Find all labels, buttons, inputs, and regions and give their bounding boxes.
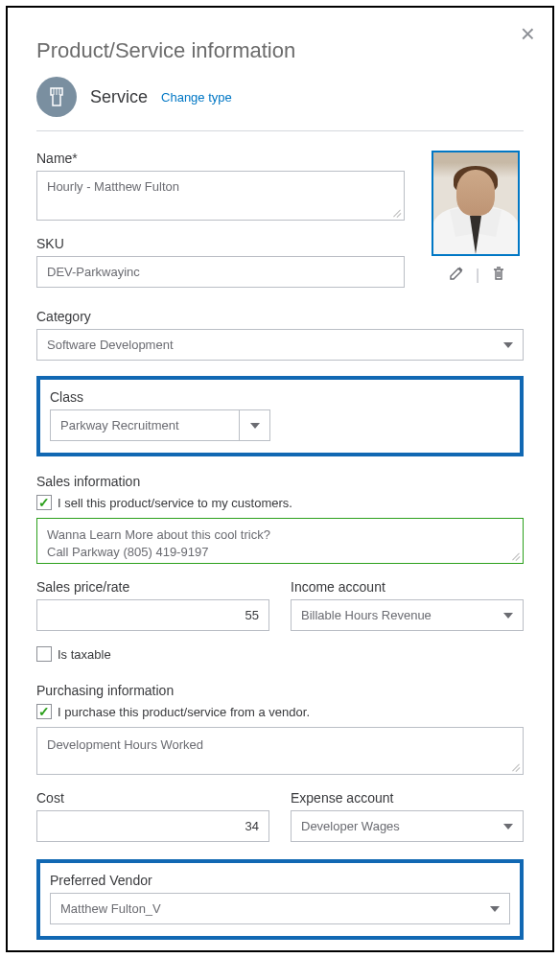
preferred-vendor-highlight: Preferred Vendor Matthew Fulton_V xyxy=(36,859,524,940)
chevron-down-icon xyxy=(503,824,513,829)
chevron-down-icon xyxy=(503,613,513,619)
preferred-vendor-value: Matthew Fulton_V xyxy=(60,901,161,916)
sell-checkbox[interactable] xyxy=(36,495,52,510)
sku-input[interactable]: DEV-Parkwayinc xyxy=(36,256,405,288)
chevron-down-icon xyxy=(250,423,260,429)
purchase-checkbox-label: I purchase this product/service from a v… xyxy=(58,705,310,719)
sales-section-label: Sales information xyxy=(36,474,524,489)
edit-photo-icon[interactable] xyxy=(449,266,464,285)
cost-label: Cost xyxy=(36,790,269,806)
change-type-link[interactable]: Change type xyxy=(161,90,232,105)
separator: | xyxy=(476,267,479,284)
delete-photo-icon[interactable] xyxy=(491,266,506,285)
purchase-checkbox[interactable] xyxy=(36,704,52,719)
purchase-description-input[interactable]: Development Hours Worked xyxy=(36,727,524,775)
category-label: Category xyxy=(36,309,524,324)
preferred-vendor-label: Preferred Vendor xyxy=(50,873,510,888)
sku-label: SKU xyxy=(36,236,405,251)
service-icon xyxy=(36,77,77,117)
chevron-down-icon xyxy=(490,906,500,912)
sales-description-input[interactable]: Wanna Learn More about this cool trick? … xyxy=(36,518,524,564)
income-account-select[interactable]: Billable Hours Revenue xyxy=(291,599,524,631)
cost-input[interactable]: 34 xyxy=(36,810,269,842)
category-value: Software Development xyxy=(47,338,174,352)
preferred-vendor-select[interactable]: Matthew Fulton_V xyxy=(50,893,510,924)
income-account-label: Income account xyxy=(291,579,524,595)
close-icon[interactable]: × xyxy=(521,21,535,46)
expense-account-label: Expense account xyxy=(291,790,524,806)
class-label: Class xyxy=(50,389,510,405)
purchasing-section-label: Purchasing information xyxy=(36,683,524,698)
expense-account-value: Developer Wages xyxy=(301,819,400,833)
chevron-down-icon xyxy=(503,342,513,348)
page-title: Product/Service information xyxy=(36,38,524,63)
class-dropdown-button[interactable] xyxy=(240,409,270,441)
class-select[interactable]: Parkway Recruitment xyxy=(50,409,270,441)
price-input[interactable]: 55 xyxy=(36,599,269,631)
product-photo[interactable] xyxy=(432,151,520,256)
product-service-panel: × Product/Service information Service Ch… xyxy=(6,6,554,952)
category-select[interactable]: Software Development xyxy=(36,329,524,361)
name-input[interactable]: Hourly - Matthew Fulton xyxy=(36,171,405,221)
taxable-checkbox[interactable] xyxy=(36,646,52,662)
class-value: Parkway Recruitment xyxy=(50,409,240,441)
class-highlight: Class Parkway Recruitment xyxy=(36,376,524,456)
sell-checkbox-label: I sell this product/service to my custom… xyxy=(58,496,292,510)
taxable-label: Is taxable xyxy=(58,647,111,662)
income-account-value: Billable Hours Revenue xyxy=(301,608,432,622)
expense-account-select[interactable]: Developer Wages xyxy=(291,810,524,842)
price-label: Sales price/rate xyxy=(36,579,269,595)
name-label: Name* xyxy=(36,151,405,166)
service-type-label: Service xyxy=(90,87,148,107)
service-type-row: Service Change type xyxy=(36,77,524,131)
